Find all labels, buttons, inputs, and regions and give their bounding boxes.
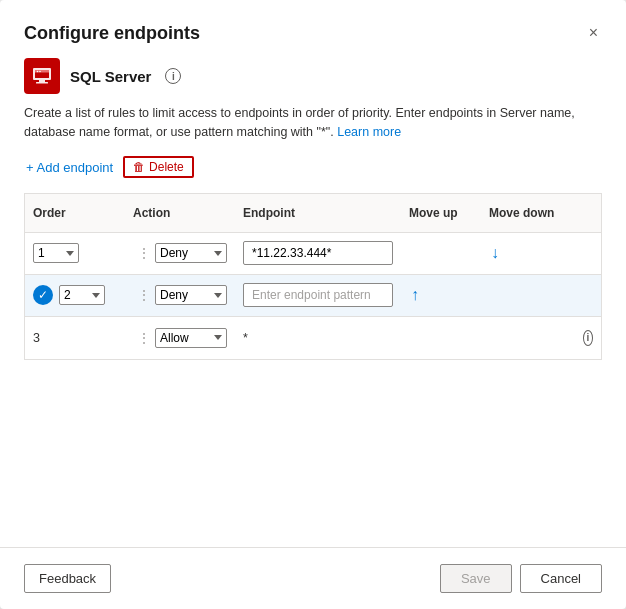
col-order: Order (25, 202, 125, 224)
move-down-button-1[interactable]: ↓ (489, 242, 501, 264)
drag-handle-cell-3: ⋮ Deny Allow (125, 322, 235, 354)
table-row: ✓ 1 2 3 ⋮ Deny Allow ↑ (25, 275, 601, 317)
save-button[interactable]: Save (440, 564, 512, 593)
sql-server-icon (24, 58, 60, 94)
drag-handle-2[interactable]: ⋮ (133, 287, 155, 303)
extra-cell-1 (571, 247, 601, 259)
order-cell-3: 3 (25, 325, 125, 351)
action-select-2[interactable]: Deny Allow (155, 285, 227, 305)
svg-point-3 (37, 71, 39, 73)
order-cell-2: ✓ 1 2 3 (25, 279, 125, 311)
configure-endpoints-dialog: Configure endpoints × SQL Server i Creat… (0, 0, 626, 609)
move-down-cell-2 (481, 289, 571, 301)
cancel-button[interactable]: Cancel (520, 564, 602, 593)
order-value-3: 3 (33, 331, 40, 345)
col-move-down: Move down (481, 202, 571, 224)
row-info-icon-3[interactable]: i (583, 330, 593, 346)
move-up-cell-3 (401, 332, 481, 344)
dialog-title: Configure endpoints (24, 23, 200, 44)
delete-icon: 🗑 (133, 160, 145, 174)
move-up-button-2[interactable]: ↑ (409, 284, 421, 306)
endpoint-input-2[interactable] (243, 283, 393, 307)
col-extra (571, 202, 601, 224)
endpoint-cell-3: * (235, 325, 401, 351)
table-row: 3 ⋮ Deny Allow * i (25, 317, 601, 359)
svg-rect-6 (36, 82, 48, 84)
dialog-footer: Feedback Save Cancel (0, 547, 626, 609)
move-down-cell-1: ↓ (481, 236, 571, 270)
action-select-1[interactable]: Deny Allow (155, 243, 227, 263)
service-section: SQL Server i (0, 46, 626, 94)
order-select-1[interactable]: 1 2 3 (33, 243, 79, 263)
endpoint-text-3: * (243, 331, 248, 345)
feedback-button[interactable]: Feedback (24, 564, 111, 593)
move-up-cell-1 (401, 247, 481, 259)
extra-cell-3: i (571, 324, 601, 352)
description-text: Create a list of rules to limit access t… (0, 94, 626, 142)
move-up-cell-2: ↑ (401, 278, 481, 312)
action-select-3[interactable]: Deny Allow (155, 328, 227, 348)
col-action: Action (125, 202, 235, 224)
service-info-icon[interactable]: i (165, 68, 181, 84)
svg-point-4 (39, 71, 41, 73)
footer-actions: Save Cancel (440, 564, 602, 593)
add-endpoint-button[interactable]: + Add endpoint (24, 156, 115, 179)
table-row: 1 2 3 ⋮ Deny Allow ↓ (25, 233, 601, 275)
col-move-up: Move up (401, 202, 481, 224)
endpoint-input-1[interactable] (243, 241, 393, 265)
col-endpoint: Endpoint (235, 202, 401, 224)
move-down-cell-3 (481, 332, 571, 344)
learn-more-link[interactable]: Learn more (337, 125, 401, 139)
endpoint-cell-2 (235, 277, 401, 313)
drag-handle-3[interactable]: ⋮ (133, 330, 155, 346)
drag-handle-1[interactable]: ⋮ (133, 245, 155, 261)
service-name: SQL Server (70, 68, 151, 85)
endpoint-cell-1 (235, 235, 401, 271)
table-header: Order Action Endpoint Move up Move down (25, 194, 601, 233)
toolbar: + Add endpoint 🗑 Delete (0, 142, 626, 179)
dialog-header: Configure endpoints × (0, 0, 626, 46)
drag-handle-cell-1: ⋮ Deny Allow (125, 237, 235, 269)
drag-handle-cell-2: ⋮ Deny Allow (125, 279, 235, 311)
order-cell: 1 2 3 (25, 237, 125, 269)
extra-cell-2 (571, 289, 601, 301)
endpoints-table: Order Action Endpoint Move up Move down … (24, 193, 602, 360)
delete-button[interactable]: 🗑 Delete (123, 156, 194, 178)
order-select-2[interactable]: 1 2 3 (59, 285, 105, 305)
selected-indicator: ✓ (33, 285, 53, 305)
close-button[interactable]: × (585, 20, 602, 46)
svg-rect-5 (39, 80, 45, 82)
